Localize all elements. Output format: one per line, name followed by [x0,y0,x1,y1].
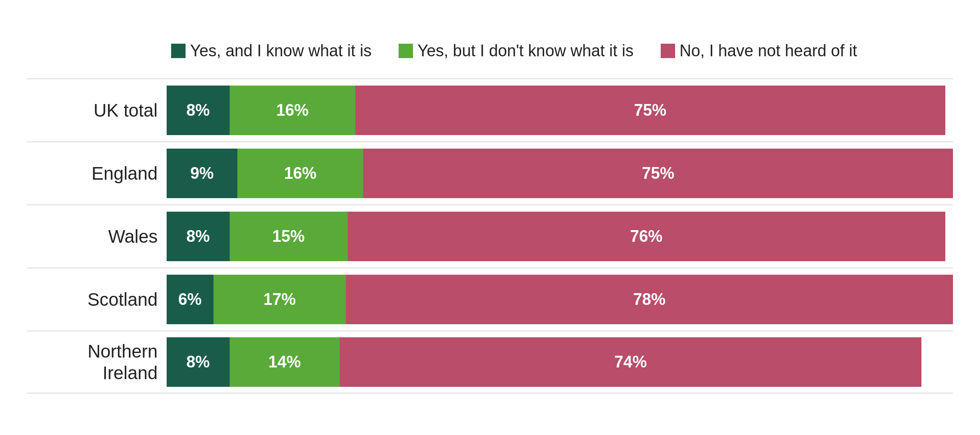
chart-row-1: England9%16%75% [27,141,953,204]
rows-area: UK total8%16%75%England9%16%75%Wales8%15… [27,78,953,394]
legend-swatch-yes-dont-know [399,44,413,58]
row-label-3: Scotland [27,289,167,310]
chart-row-3: Scotland6%17%78% [27,267,953,331]
bar-segment-1-1: 16% [237,149,363,198]
bar-segment-3-1: 17% [213,275,346,324]
bar-segment-3-0: 6% [167,275,213,324]
bar-track-2: 8%15%76% [167,212,953,261]
legend-item-yes-dont-know: Yes, but I don't know what it is [399,41,634,60]
legend-item-no-heard: No, I have not heard of it [661,41,857,60]
legend-label-yes-know: Yes, and I know what it is [190,41,372,60]
legend-swatch-no-heard [661,44,675,58]
bar-segment-4-1: 14% [230,337,340,387]
bar-segment-2-1: 15% [230,212,348,261]
row-label-4: NorthernIreland [27,340,167,384]
bar-segment-4-2: 74% [340,337,921,387]
legend-item-yes-know: Yes, and I know what it is [171,41,372,60]
bar-segment-0-0: 8% [167,86,230,135]
chart-row-2: Wales8%15%76% [27,204,953,267]
legend-swatch-yes-know [171,44,186,58]
chart-container: Yes, and I know what it isYes, but I don… [27,41,953,394]
bar-track-1: 9%16%75% [167,149,953,198]
row-label-1: England [27,163,167,184]
chart-row-4: NorthernIreland8%14%74% [27,331,953,394]
row-label-0: UK total [27,100,167,121]
bar-segment-0-2: 75% [355,86,945,135]
bar-segment-4-0: 8% [167,337,230,387]
legend: Yes, and I know what it isYes, but I don… [27,41,953,60]
row-label-2: Wales [27,226,167,247]
legend-label-yes-dont-know: Yes, but I don't know what it is [417,41,634,60]
bar-track-4: 8%14%74% [167,337,953,387]
bar-track-3: 6%17%78% [167,275,953,324]
chart-row-0: UK total8%16%75% [27,78,953,141]
bar-segment-2-2: 76% [348,212,945,261]
bar-segment-1-0: 9% [167,149,237,198]
bar-segment-3-2: 78% [346,275,953,324]
bar-segment-0-1: 16% [230,86,355,135]
legend-label-no-heard: No, I have not heard of it [680,41,857,60]
bar-track-0: 8%16%75% [167,86,953,135]
bar-segment-2-0: 8% [167,212,230,261]
bar-segment-1-2: 75% [363,149,953,198]
